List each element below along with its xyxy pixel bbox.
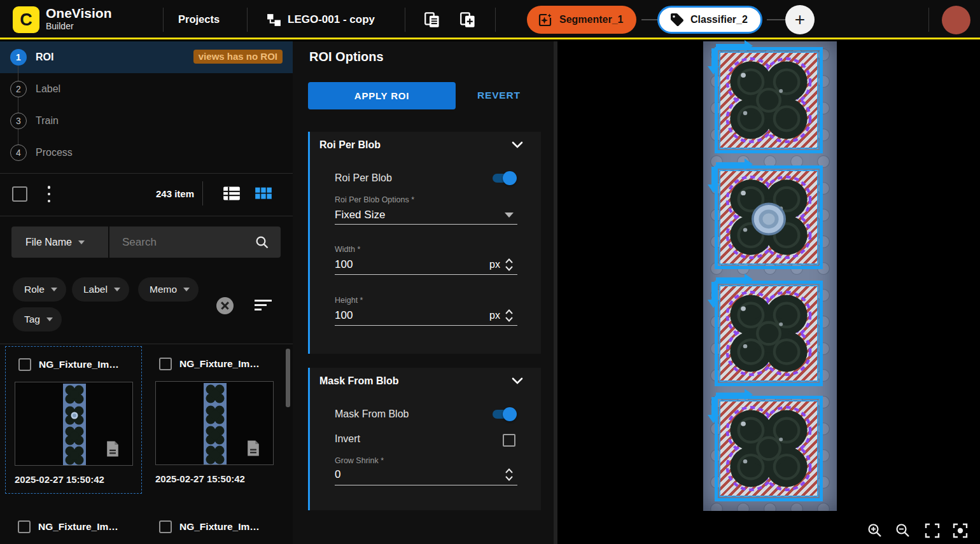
image-viewer[interactable] [557, 41, 980, 544]
height-label: Height * [335, 296, 363, 305]
field-underline [335, 325, 517, 326]
roi-options-panel: ROI Options APPLY ROI REVERT Roi Per Blo… [293, 41, 554, 544]
filter-chip-role[interactable]: Role [13, 277, 66, 302]
scan-direction-down-arrow [711, 397, 716, 415]
sort-icon[interactable] [255, 300, 272, 312]
fit-screen-icon[interactable] [924, 522, 941, 539]
blob-segmentation [722, 54, 816, 146]
chevron-down-icon [183, 288, 190, 291]
zoom-in-icon[interactable] [867, 522, 883, 539]
node-segmenter-label: Segmenter_1 [559, 14, 624, 25]
file-document-icon [106, 440, 120, 457]
file-card[interactable]: NG_Fixture_Im… 2025-02-27 15:50:42 [146, 346, 283, 494]
chevron-down-icon [46, 317, 53, 321]
scan-direction-right-arrow [716, 44, 745, 48]
file-name: NG_Fixture_Im… [179, 358, 260, 370]
file-checkbox[interactable] [159, 358, 172, 370]
scan-direction-down-arrow [711, 167, 716, 185]
search-input[interactable] [122, 227, 249, 258]
revert-button[interactable]: REVERT [477, 90, 521, 101]
topbar-divider [928, 8, 929, 32]
step-label[interactable]: 2 Label [0, 73, 293, 105]
project-name[interactable]: LEGO-001 - copy [288, 13, 375, 26]
apply-roi-button[interactable]: APPLY ROI [308, 82, 456, 109]
height-input[interactable]: 100 [335, 309, 353, 322]
filter-chip-label[interactable]: Label [72, 277, 129, 302]
scan-direction-right-arrow [716, 162, 745, 167]
step-train-label: Train [36, 115, 59, 127]
step-process[interactable]: 4 Process [0, 137, 293, 169]
select-all-checkbox[interactable] [12, 186, 27, 202]
chevron-down-icon[interactable] [512, 141, 523, 149]
roi-warning-badge: views has no ROI [193, 50, 283, 64]
list-view-icon[interactable] [223, 185, 241, 202]
select-caret-icon[interactable] [505, 213, 514, 218]
height-stepper[interactable] [505, 308, 514, 323]
step-label-label: Label [36, 83, 60, 95]
item-count: 243 item [156, 188, 194, 199]
file-checkbox[interactable] [18, 358, 31, 371]
roi-per-blob-toggle[interactable] [493, 174, 515, 183]
file-checkbox[interactable] [159, 520, 172, 533]
grid-view-icon[interactable] [255, 185, 272, 202]
roi-box[interactable] [715, 165, 823, 269]
invert-label: Invert [335, 433, 360, 445]
roi-box[interactable] [715, 396, 823, 501]
brand-logo[interactable]: C [13, 6, 39, 33]
search-box [109, 227, 281, 258]
chevron-down-icon [51, 288, 57, 291]
sidebar-scrollbar[interactable] [286, 349, 290, 407]
add-view-icon[interactable] [459, 11, 477, 29]
chevron-down-icon[interactable] [512, 377, 523, 385]
step-roi[interactable]: 1 ROI views has no ROI [0, 41, 293, 73]
file-card[interactable]: NG_Fixture_Im… [5, 509, 142, 544]
file-card[interactable]: NG_Fixture_Im… [146, 509, 283, 544]
divider [202, 181, 203, 206]
file-card[interactable]: NG_Fixture_Im… 2025-02-27 15:50:42 [5, 346, 142, 494]
roi-box[interactable] [715, 47, 823, 153]
roi-options-select-value[interactable]: Fixed Size [335, 209, 385, 221]
width-stepper[interactable] [505, 257, 514, 272]
divider [0, 344, 293, 344]
nav-projects[interactable]: Projects [178, 13, 220, 25]
chevron-down-icon [114, 288, 120, 291]
topbar-divider [247, 8, 248, 32]
search-icon[interactable] [255, 235, 270, 250]
thumbnail-image [63, 384, 86, 465]
clear-filters-icon[interactable] [216, 297, 234, 314]
roi-box[interactable] [715, 281, 823, 386]
width-input[interactable]: 100 [335, 258, 353, 271]
node-connector [767, 19, 787, 20]
more-options-icon[interactable] [46, 186, 52, 202]
file-thumbnail[interactable] [155, 381, 274, 465]
step-train[interactable]: 3 Train [0, 105, 293, 137]
filename-filter-dropdown[interactable]: File Name [11, 227, 108, 258]
grow-shrink-stepper[interactable] [505, 467, 514, 482]
file-date: 2025-02-27 15:50:42 [15, 474, 104, 485]
step-train-number: 3 [10, 113, 27, 129]
scan-direction-right-arrow [716, 277, 745, 282]
file-checkbox[interactable] [18, 520, 31, 533]
grow-shrink-input[interactable]: 0 [335, 468, 340, 481]
node-connector [641, 19, 659, 20]
zoom-out-icon[interactable] [895, 522, 911, 539]
thumbnail-image [204, 383, 227, 464]
file-thumbnail[interactable] [15, 382, 133, 466]
filter-chip-memo[interactable]: Memo [138, 277, 199, 302]
roi-options-select-label: Roi Per Blob Options * [335, 195, 414, 204]
topbar-divider [405, 8, 405, 32]
add-node-button[interactable]: + [785, 5, 815, 34]
center-focus-icon[interactable] [952, 522, 969, 539]
file-document-icon [246, 440, 260, 457]
step-roi-number: 1 [10, 49, 27, 66]
inspection-image[interactable] [703, 41, 837, 511]
invert-checkbox[interactable] [503, 434, 515, 447]
user-avatar[interactable] [942, 6, 970, 34]
node-classifier[interactable]: Classifier_2 [657, 6, 762, 34]
file-name: NG_Fixture_Im… [38, 521, 118, 533]
filter-chip-tag[interactable]: Tag [13, 307, 62, 331]
mask-from-blob-toggle[interactable] [493, 410, 515, 419]
scan-direction-right-arrow [716, 393, 745, 397]
node-segmenter[interactable]: Segmenter_1 [527, 6, 636, 34]
copy-views-icon[interactable] [424, 11, 441, 29]
